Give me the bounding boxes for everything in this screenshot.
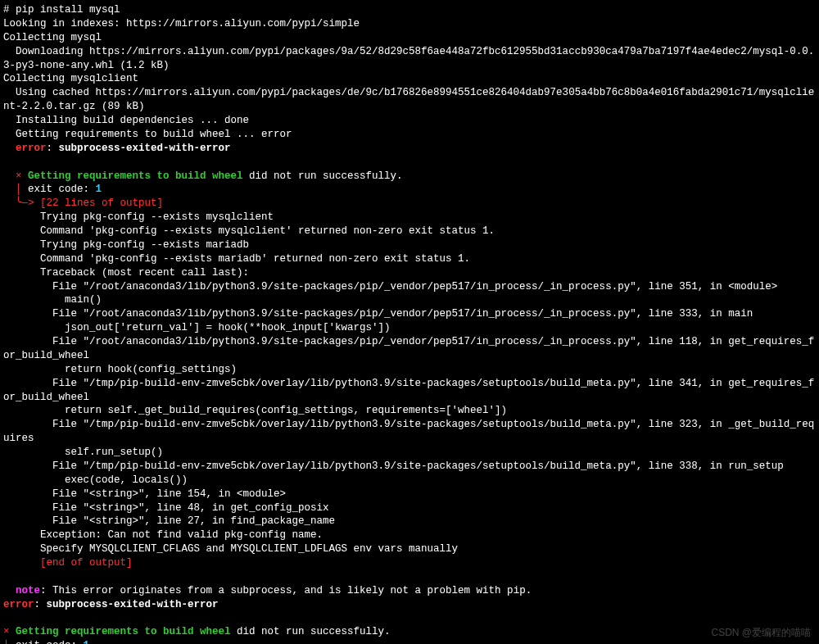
traceback-line: File "/root/anaconda3/lib/python3.9/site… xyxy=(3,335,816,363)
traceback-line: File "/root/anaconda3/lib/python3.9/site… xyxy=(3,280,816,294)
exit-code: 1 xyxy=(84,640,90,644)
error-title: Getting requirements to build wheel xyxy=(10,626,231,637)
traceback-line: Command 'pkg-config --exists mariadb' re… xyxy=(3,252,816,266)
error-title: Getting requirements to build wheel xyxy=(22,170,243,182)
output-line: Looking in indexes: https://mirrors.aliy… xyxy=(3,17,816,31)
error-message: subprocess-exited-with-error xyxy=(47,599,219,610)
end-of-output: [end of output] xyxy=(3,556,816,570)
output-count-line: ╰─> [22 lines of output] xyxy=(3,197,816,211)
command-line: # pip install mysql xyxy=(3,3,816,17)
traceback-line: Specify MYSQLCLIENT_CFLAGS and MYSQLCLIE… xyxy=(3,542,816,556)
watermark: CSDN @爱编程的喵喵 xyxy=(711,626,811,639)
traceback-line: File "/tmp/pip-build-env-zmve5cbk/overla… xyxy=(3,460,816,474)
exit-code-line: │ exit code: 1 xyxy=(3,639,816,644)
cross-icon: × xyxy=(3,626,10,637)
traceback-line: json_out['return_val'] = hook(**hook_inp… xyxy=(3,321,816,335)
error-line: error: subprocess-exited-with-error xyxy=(3,598,816,612)
traceback-line: Trying pkg-config --exists mysqlclient xyxy=(3,211,816,224)
note-label: note xyxy=(3,585,40,596)
output-line: Collecting mysql xyxy=(3,31,816,45)
traceback-line: Traceback (most recent call last): xyxy=(3,266,816,280)
traceback-line: Exception: Can not find valid pkg-config… xyxy=(3,528,816,542)
exit-code: 1 xyxy=(96,184,102,195)
traceback-line: File "/root/anaconda3/lib/python3.9/site… xyxy=(3,307,816,321)
traceback-line: return self._get_build_requires(config_s… xyxy=(3,404,816,418)
traceback-line: File "<string>", line 48, in get_config_… xyxy=(3,501,816,515)
traceback-line: Command 'pkg-config --exists mysqlclient… xyxy=(3,224,816,238)
traceback-line: File "<string>", line 27, in find_packag… xyxy=(3,515,816,528)
error-label: error xyxy=(3,599,34,610)
traceback-line: File "/tmp/pip-build-env-zmve5cbk/overla… xyxy=(3,418,816,446)
traceback-line: File "<string>", line 154, in <module> xyxy=(3,488,816,501)
traceback-line: exec(code, locals()) xyxy=(3,474,816,488)
output-line: Getting requirements to build wheel ... … xyxy=(3,128,816,142)
traceback-line: main() xyxy=(3,293,816,307)
cross-icon: × xyxy=(3,170,22,182)
error-block-header: × Getting requirements to build wheel di… xyxy=(3,170,816,184)
output-line: Downloading https://mirrors.aliyun.com/p… xyxy=(3,45,816,73)
output-line: Installing build dependencies ... done xyxy=(3,114,816,128)
traceback-line: return hook(config_settings) xyxy=(3,363,816,377)
error-block-header: × Getting requirements to build wheel di… xyxy=(3,625,816,639)
error-message: subprocess-exited-with-error xyxy=(59,143,231,154)
terminal-output: # pip install mysql Looking in indexes: … xyxy=(3,3,816,644)
traceback-line: self.run_setup() xyxy=(3,446,816,460)
output-line: Using cached https://mirrors.aliyun.com/… xyxy=(3,86,816,114)
traceback-line: Trying pkg-config --exists mariadb xyxy=(3,238,816,252)
output-line: Collecting mysqlclient xyxy=(3,72,816,86)
traceback-line: File "/tmp/pip-build-env-zmve5cbk/overla… xyxy=(3,377,816,405)
error-label: error xyxy=(3,143,47,154)
note-line: note: This error originates from a subpr… xyxy=(3,584,816,598)
exit-code-line: │ exit code: 1 xyxy=(3,183,816,197)
error-line: error: subprocess-exited-with-error xyxy=(3,142,816,156)
